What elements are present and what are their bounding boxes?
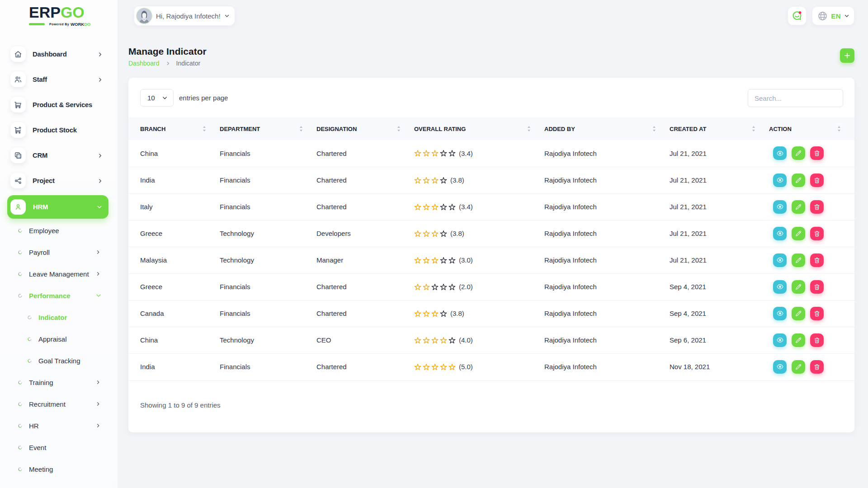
search-input[interactable]: [748, 89, 843, 107]
sidebar-item-event[interactable]: Event: [0, 436, 118, 458]
sidebar-item-label: Staff: [33, 76, 47, 83]
column-header-overall-rating[interactable]: OVERALL RATING: [414, 117, 544, 140]
sidebar-item-performance[interactable]: Performance: [0, 285, 118, 306]
pencil-icon: [795, 257, 802, 264]
page-title: Manage Indicator: [128, 46, 854, 57]
bullet-icon: [18, 446, 22, 450]
sidebar-item-payroll[interactable]: Payroll: [0, 241, 118, 263]
sidebar-item-training[interactable]: Training: [0, 371, 118, 393]
cell-overall-rating: (2.0): [414, 273, 544, 300]
edit-button[interactable]: [792, 174, 805, 187]
user-menu[interactable]: Hi, Rajodiya Infotech!: [134, 6, 235, 26]
column-header-action[interactable]: ACTION: [769, 117, 854, 140]
edit-button[interactable]: [792, 227, 805, 240]
sidebar-item-appraisal[interactable]: Appraisal: [0, 328, 118, 350]
sidebar-item-label: Product Stock: [33, 127, 77, 134]
cell-department: Financials: [220, 353, 316, 380]
star-rating-icons: [414, 230, 447, 237]
cell-created-at: Jul 21, 2021: [670, 247, 769, 273]
edit-button[interactable]: [792, 360, 805, 374]
sidebar-item-label: Event: [29, 444, 46, 451]
edit-button[interactable]: [792, 200, 805, 214]
trash-icon: [813, 337, 821, 344]
language-selector[interactable]: EN: [812, 6, 854, 25]
column-header-branch[interactable]: BRANCH: [128, 117, 220, 140]
column-header-department[interactable]: DEPARTMENT: [220, 117, 316, 140]
sidebar-item-meeting[interactable]: Meeting: [0, 458, 118, 480]
cell-branch: China: [128, 140, 220, 167]
delete-button[interactable]: [810, 146, 824, 160]
view-button[interactable]: [773, 146, 787, 160]
view-button[interactable]: [773, 227, 787, 240]
view-button[interactable]: [773, 200, 787, 214]
column-header-added-by[interactable]: ADDED BY: [544, 117, 670, 140]
view-button[interactable]: [773, 360, 787, 374]
delete-button[interactable]: [810, 253, 824, 267]
sidebar-item-dashboard[interactable]: Dashboard: [0, 42, 118, 67]
sidebar-item-staff[interactable]: Staff: [0, 67, 118, 92]
bullet-icon: [18, 402, 22, 406]
sidebar-item-goal-tracking[interactable]: Goal Tracking: [0, 350, 118, 371]
breadcrumb-dashboard-link[interactable]: Dashboard: [128, 60, 160, 67]
cell-created-at: Sep 4, 2021: [670, 273, 769, 300]
delete-button[interactable]: [810, 280, 824, 294]
delete-button[interactable]: [810, 200, 824, 214]
chevron-down-icon: [95, 292, 102, 299]
view-button[interactable]: [773, 174, 787, 187]
entries-per-page-select[interactable]: 10: [140, 89, 174, 107]
table-row-1: ChinaFinancialsChartered(3.4)Rajodiya In…: [128, 140, 854, 167]
cell-overall-rating: (3.0): [414, 247, 544, 273]
page-header: Manage Indicator Dashboard Indicator: [128, 43, 854, 67]
brand-logo[interactable]: ERPGO Powered By WORKDO: [29, 4, 90, 27]
sidebar-item-leave-management[interactable]: Leave Management: [0, 263, 118, 285]
pencil-icon: [795, 150, 802, 157]
entries-per-page-label: entries per page: [179, 89, 228, 107]
sidebar-item-recruitment[interactable]: Recruitment: [0, 393, 118, 415]
cell-created-at: Nov 18, 2021: [670, 353, 769, 380]
user-greeting: Hi, Rajodiya Infotech!: [156, 12, 221, 20]
edit-button[interactable]: [792, 307, 805, 320]
messages-button[interactable]: [788, 6, 807, 25]
sidebar-item-label: Indicator: [38, 314, 67, 321]
rating-value: (3.8): [450, 176, 464, 184]
sidebar-item-employee[interactable]: Employee: [0, 220, 118, 241]
view-button[interactable]: [773, 333, 787, 347]
eye-icon: [776, 256, 784, 264]
edit-button[interactable]: [792, 333, 805, 347]
cell-designation: Manager: [316, 247, 414, 273]
view-button[interactable]: [773, 280, 787, 294]
column-header-created-at[interactable]: CREATED AT: [670, 117, 769, 140]
cell-branch: Greece: [128, 273, 220, 300]
pencil-icon: [795, 337, 802, 344]
sidebar-item-product-stock[interactable]: Product Stock: [0, 117, 118, 143]
sidebar-item-crm[interactable]: CRM: [0, 143, 118, 168]
sidebar-item-product-services[interactable]: Product & Services: [0, 92, 118, 117]
view-button[interactable]: [773, 253, 787, 267]
sidebar-item-hrm[interactable]: HRM: [7, 195, 108, 219]
add-indicator-button[interactable]: [840, 48, 854, 63]
pencil-icon: [795, 310, 802, 317]
cell-action: [769, 167, 854, 193]
edit-button[interactable]: [792, 280, 805, 294]
delete-button[interactable]: [810, 333, 824, 347]
delete-button[interactable]: [810, 227, 824, 240]
sidebar-item-project[interactable]: Project: [0, 168, 118, 193]
edit-button[interactable]: [792, 146, 805, 160]
sidebar-item-indicator[interactable]: Indicator: [0, 306, 118, 328]
sidebar-item-label: Appraisal: [38, 335, 67, 343]
cell-action: [769, 193, 854, 220]
cell-action: [769, 273, 854, 300]
view-button[interactable]: [773, 307, 787, 320]
sidebar-item-hr[interactable]: HR: [0, 415, 118, 436]
column-header-designation[interactable]: DESIGNATION: [316, 117, 414, 140]
edit-button[interactable]: [792, 253, 805, 267]
delete-button[interactable]: [810, 307, 824, 320]
cell-created-at: Sep 4, 2021: [670, 300, 769, 327]
cell-designation: Chartered: [316, 193, 414, 220]
delete-button[interactable]: [810, 174, 824, 187]
delete-button[interactable]: [810, 360, 824, 374]
cell-created-at: Jul 21, 2021: [670, 167, 769, 193]
sidebar-item-label: HRM: [33, 203, 48, 211]
cell-designation: CEO: [316, 327, 414, 353]
sort-icon: [838, 126, 840, 131]
